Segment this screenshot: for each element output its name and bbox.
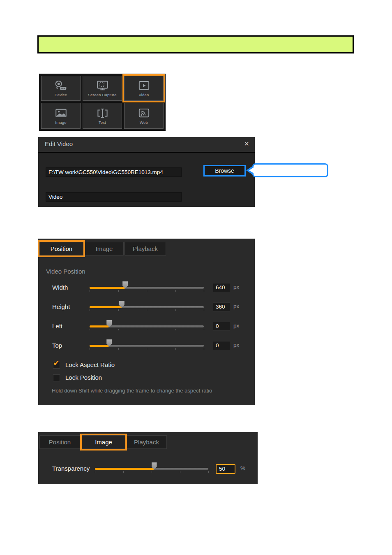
lock-position-label: Lock Position	[65, 374, 102, 381]
top-label: Top	[52, 342, 62, 349]
highlight-banner	[37, 35, 354, 53]
tile-label: Image	[55, 120, 66, 125]
top-value-input[interactable]: 0	[213, 341, 230, 350]
slider-tick	[204, 290, 204, 292]
slider-tick	[204, 309, 204, 311]
toolbar-tile-device[interactable]: Device	[41, 76, 81, 101]
slider-fill	[90, 306, 122, 308]
name-input[interactable]	[46, 192, 182, 202]
slider-fill	[90, 345, 109, 347]
text-icon	[96, 107, 109, 119]
top-slider-track[interactable]	[90, 345, 204, 347]
transparency-slider-track[interactable]	[95, 468, 208, 470]
toolbar-tile-image[interactable]: Image	[41, 103, 81, 129]
lock-position-checkbox[interactable]	[53, 374, 60, 381]
width-value-input[interactable]: 640	[213, 283, 230, 292]
width-slider-row: Width 640 px	[38, 281, 255, 294]
slider-tick	[118, 348, 119, 350]
height-value-input[interactable]: 360	[213, 302, 230, 311]
document-page: Device Screen Capture Video	[0, 0, 392, 555]
position-settings-panel: Position Image Playback Video Position W…	[38, 239, 255, 405]
height-slider-row: Height 360 px	[38, 301, 255, 313]
transparency-slider-row: Transparency 50 %	[38, 462, 258, 475]
tile-label: Web	[140, 120, 148, 125]
slider-tick	[204, 329, 204, 330]
tab-label: Position	[49, 439, 71, 446]
tab-playback[interactable]: Playback	[126, 435, 167, 449]
slider-tick	[147, 309, 147, 311]
slider-tick	[204, 348, 204, 350]
browse-button[interactable]: Browse	[203, 165, 246, 176]
tab-image[interactable]: Image	[85, 242, 124, 255]
left-label: Left	[52, 323, 62, 330]
tile-label: Screen Capture	[88, 93, 116, 97]
slider-tick	[147, 348, 147, 350]
screen-capture-icon	[96, 80, 109, 91]
tile-label: Device	[55, 93, 67, 97]
source-input[interactable]	[46, 167, 182, 177]
slider-tick	[147, 290, 147, 292]
slider-tick	[118, 309, 119, 311]
tab-position[interactable]: Position	[39, 242, 83, 255]
slider-fill	[90, 287, 125, 289]
slider-tick	[90, 290, 90, 292]
tab-label: Playback	[134, 439, 159, 446]
tab-playback[interactable]: Playback	[125, 242, 166, 255]
left-slider-row: Left 0 px	[38, 320, 255, 332]
slider-tick	[118, 329, 119, 330]
slider-tick	[90, 309, 90, 311]
height-unit: px	[233, 303, 239, 309]
slider-tick	[208, 471, 209, 473]
slider-tick	[90, 348, 90, 350]
section-title: Video Position	[46, 268, 85, 275]
top-unit: px	[233, 342, 239, 348]
image-settings-panel: Position Image Playback Transparency 50 …	[38, 432, 258, 484]
slider-fill	[90, 325, 109, 327]
left-unit: px	[233, 323, 239, 329]
top-slider-row: Top 0 px	[38, 339, 255, 352]
aspect-ratio-hint: Hold down Shift while dragging the frame…	[52, 388, 212, 394]
slider-fill	[95, 468, 154, 470]
dialog-titlebar: Edit Video ✕	[38, 137, 255, 153]
slider-tick	[118, 290, 119, 292]
tab-label: Playback	[133, 245, 158, 252]
tab-position[interactable]: Position	[39, 435, 80, 449]
tile-label: Text	[99, 120, 106, 125]
height-slider-track[interactable]	[90, 306, 204, 308]
toolbar-tile-video[interactable]: Video	[124, 76, 164, 101]
slider-tick	[175, 348, 176, 350]
slider-tick	[152, 471, 152, 473]
tab-label: Position	[51, 245, 72, 252]
toolbar-tile-web[interactable]: Web	[124, 103, 164, 129]
source-type-toolbar: Device Screen Capture Video	[39, 74, 166, 131]
width-slider-track[interactable]	[90, 287, 204, 289]
transparency-label: Transparency	[52, 465, 90, 472]
left-value-input[interactable]: 0	[213, 322, 230, 331]
slider-tick	[147, 329, 147, 330]
slider-tick	[175, 290, 176, 292]
video-icon	[137, 80, 151, 91]
slider-tick	[180, 471, 180, 473]
close-icon[interactable]: ✕	[244, 140, 249, 148]
slider-tick	[90, 329, 90, 330]
toolbar-tile-screen-capture[interactable]: Screen Capture	[83, 76, 122, 101]
slider-tick	[175, 329, 176, 330]
transparency-value-input[interactable]: 50	[216, 464, 235, 474]
lock-aspect-ratio-row: Lock Aspect Ratio	[38, 361, 255, 370]
web-icon	[137, 107, 151, 119]
device-icon	[54, 80, 68, 91]
transparency-unit: %	[240, 465, 245, 471]
lock-aspect-ratio-checkbox[interactable]	[53, 362, 60, 369]
toolbar-tile-text[interactable]: Text	[83, 103, 122, 129]
slider-tick	[95, 471, 95, 473]
image-icon	[54, 107, 68, 119]
tab-label: Image	[96, 245, 113, 252]
tab-image[interactable]: Image	[82, 435, 125, 449]
tile-label: Video	[138, 93, 149, 97]
edit-video-dialog: Edit Video ✕ Source Browse Name	[38, 137, 255, 207]
lock-aspect-ratio-label: Lock Aspect Ratio	[65, 361, 115, 368]
lock-position-row: Lock Position	[38, 374, 255, 383]
left-slider-track[interactable]	[90, 325, 204, 327]
callout-bubble	[252, 163, 328, 177]
width-label: Width	[52, 284, 68, 291]
